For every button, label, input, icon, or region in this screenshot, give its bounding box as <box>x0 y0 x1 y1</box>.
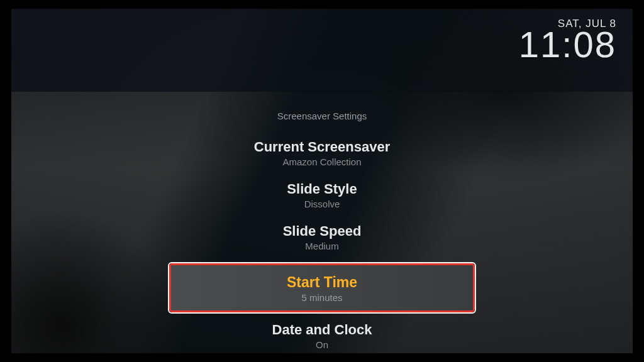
settings-menu: Screensaver Settings Current Screensaver… <box>171 111 473 362</box>
menu-item-slide-speed[interactable]: Slide Speed Medium <box>171 223 473 251</box>
status-clock: SAT, JUL 8 11:08 <box>519 18 616 63</box>
menu-item-start-time[interactable]: Start Time 5 minutes <box>171 265 473 310</box>
menu-item-label: Start Time <box>171 274 473 291</box>
menu-item-date-and-clock[interactable]: Date and Clock On <box>171 322 473 350</box>
menu-item-label: Current Screensaver <box>171 139 473 155</box>
page-title: Screensaver Settings <box>171 111 473 121</box>
menu-item-value: Medium <box>171 241 473 251</box>
menu-item-slide-style[interactable]: Slide Style Dissolve <box>171 181 473 209</box>
menu-item-label: Slide Style <box>171 181 473 197</box>
menu-item-value: On <box>171 339 473 350</box>
menu-item-label: Date and Clock <box>171 322 473 338</box>
menu-item-value: 5 minutes <box>171 292 473 303</box>
menu-item-value: Amazon Collection <box>171 156 473 167</box>
menu-item-current-screensaver[interactable]: Current Screensaver Amazon Collection <box>171 139 473 167</box>
menu-item-label: Slide Speed <box>171 223 473 239</box>
clock-time: 11:08 <box>519 26 616 63</box>
menu-item-value: Dissolve <box>171 199 473 209</box>
